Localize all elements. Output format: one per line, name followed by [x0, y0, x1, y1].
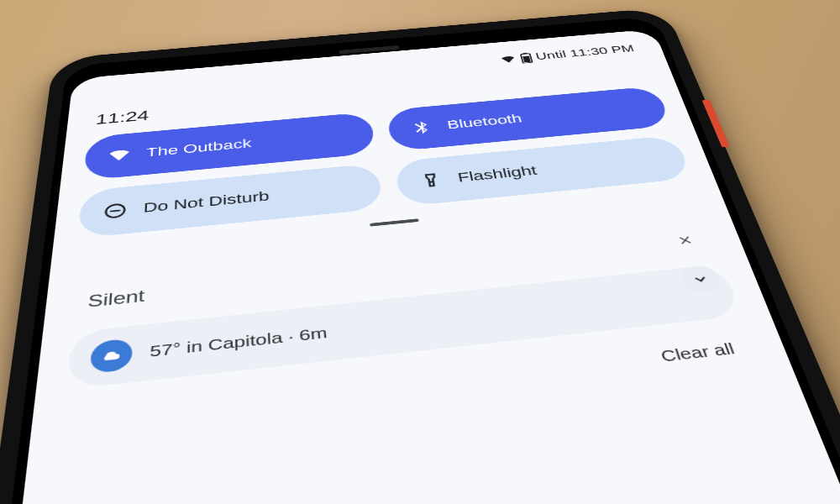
battery-status-icon — [519, 52, 533, 63]
flashlight-icon — [417, 171, 444, 190]
svg-line-4 — [110, 210, 120, 211]
alarm-until-text: Until 11:30 PM — [534, 43, 636, 62]
weather-app-icon — [90, 338, 134, 374]
dnd-icon — [102, 202, 129, 221]
silent-section-label: Silent — [87, 286, 145, 312]
dismiss-silent-button[interactable] — [667, 228, 704, 253]
chevron-down-icon — [689, 271, 711, 286]
wifi-tile-label: The Outback — [146, 136, 252, 160]
screen: Until 11:30 PM 11:24 The Outback Bluetoo… — [0, 29, 840, 504]
wifi-status-icon — [498, 54, 517, 65]
bluetooth-icon — [409, 119, 434, 136]
close-icon — [675, 233, 696, 247]
svg-rect-2 — [522, 55, 531, 62]
phone-frame: Until 11:30 PM 11:24 The Outback Bluetoo… — [0, 8, 840, 504]
wifi-icon — [107, 147, 132, 165]
bluetooth-tile-label: Bluetooth — [446, 112, 523, 132]
cloud-icon — [100, 346, 123, 365]
dnd-tile-label: Do Not Disturb — [143, 188, 270, 216]
flashlight-tile-label: Flashlight — [456, 163, 538, 186]
